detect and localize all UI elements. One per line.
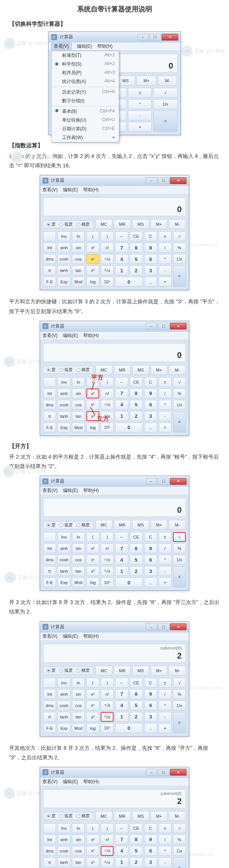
num-2[interactable]: 2 xyxy=(130,857,143,867)
ms-button[interactable]: MS xyxy=(132,811,149,821)
close-button[interactable]: ✕ xyxy=(170,623,187,630)
n-button[interactable]: n! xyxy=(101,389,114,398)
sqrt-button[interactable]: √ xyxy=(153,88,177,98)
menu-item-standard[interactable]: 标准型(T)Alt+1 xyxy=(51,51,119,60)
sqrt-button[interactable]: √ xyxy=(173,823,186,833)
cos-button[interactable]: cos xyxy=(72,254,85,264)
cos-button[interactable]: cos xyxy=(72,846,85,856)
equals-button[interactable]: = xyxy=(173,857,186,868)
angle-group[interactable]: 度 弧度 梯度 xyxy=(43,812,93,820)
menu-edit[interactable]: 编辑(E) xyxy=(77,43,92,50)
blank-button[interactable] xyxy=(43,678,56,688)
num-1[interactable]: 1 xyxy=(115,411,128,421)
menu-help[interactable]: 帮助(H) xyxy=(83,487,99,494)
mod-button[interactable]: Mod xyxy=(72,277,85,287)
-button[interactable]: / xyxy=(159,689,171,699)
log-button[interactable]: log xyxy=(86,277,99,287)
n-button[interactable]: n! xyxy=(101,689,114,699)
mr-button[interactable]: MR xyxy=(114,811,131,821)
num-7[interactable]: 7 xyxy=(115,389,128,398)
±-button[interactable]: ± xyxy=(159,377,171,387)
x3-button[interactable]: x³ xyxy=(86,712,99,722)
lparen-button[interactable]: ( xyxy=(86,377,99,387)
1x-button[interactable]: 1/x xyxy=(173,846,186,856)
tanh-button[interactable]: tanh xyxy=(58,411,70,421)
int-button[interactable]: Int xyxy=(43,389,56,398)
mod-button[interactable]: Mod xyxy=(72,723,85,733)
-button[interactable]: % xyxy=(173,243,186,253)
exp-button[interactable]: Exp xyxy=(58,578,70,587)
-button[interactable]: - xyxy=(159,411,171,421)
num-3[interactable]: 3 xyxy=(144,712,157,722)
close-button[interactable]: ✕ xyxy=(170,323,187,329)
num-0[interactable]: 0 xyxy=(115,578,142,587)
-button[interactable]: * xyxy=(159,254,171,264)
ce-button[interactable]: CE xyxy=(130,231,143,241)
x2-button[interactable]: x² xyxy=(86,689,99,699)
mminus-button[interactable]: M- xyxy=(169,520,186,530)
close-button[interactable]: ✕ xyxy=(162,34,178,41)
sin-button[interactable]: sin xyxy=(72,835,85,845)
ce-button[interactable]: CE xyxy=(130,532,143,542)
ln-button[interactable]: ln xyxy=(72,532,85,542)
tan-button[interactable]: tan xyxy=(72,411,85,421)
cbrt-button[interactable]: ³√x xyxy=(101,566,114,576)
num-8[interactable]: 8 xyxy=(130,389,143,398)
ms-button[interactable]: MS xyxy=(132,219,149,229)
lparen-button[interactable]: ( xyxy=(86,231,99,241)
tanh-button[interactable]: tanh xyxy=(58,857,70,867)
fe-button[interactable]: F-E xyxy=(43,423,56,432)
num-3[interactable]: 3 xyxy=(144,411,157,421)
int-button[interactable]: Int xyxy=(43,835,56,845)
num-2[interactable]: 2 xyxy=(130,566,143,576)
num-8[interactable]: 8 xyxy=(130,243,143,253)
-button[interactable]: π xyxy=(43,712,56,722)
lparen-button[interactable]: ( xyxy=(86,823,99,833)
menu-view[interactable]: 查看(V) xyxy=(42,487,58,494)
10-button[interactable]: 10ˣ xyxy=(101,723,114,733)
±-button[interactable]: ± xyxy=(159,823,171,833)
num-7[interactable]: 7 xyxy=(115,835,128,845)
lparen-button[interactable]: ( xyxy=(86,678,99,688)
x2-button[interactable]: x² xyxy=(86,835,99,845)
mr-button[interactable]: MR xyxy=(114,365,131,375)
num-3[interactable]: 3 xyxy=(144,857,157,867)
1x-button[interactable]: 1/x xyxy=(173,555,186,565)
minus-button[interactable]: - xyxy=(128,111,152,120)
rparen-button[interactable]: ) xyxy=(101,823,114,833)
minimize-button[interactable]: – xyxy=(146,623,157,630)
num-3[interactable]: 3 xyxy=(144,566,157,576)
num-2[interactable]: 2 xyxy=(130,265,143,275)
menu-item-grouping[interactable]: 数字分组(I) xyxy=(51,97,119,105)
xy-button[interactable]: xʸ xyxy=(86,701,99,710)
inv-button[interactable]: Inv xyxy=(58,678,70,688)
menu-item-scientific[interactable]: 科学型(S)Alt+2 xyxy=(51,60,119,69)
tanh-button[interactable]: tanh xyxy=(58,712,70,722)
num-6[interactable]: 6 xyxy=(144,400,157,410)
cosh-button[interactable]: cosh xyxy=(58,555,70,565)
equals-button[interactable]: = xyxy=(173,411,186,432)
inv-button[interactable]: Inv xyxy=(58,231,70,241)
n-button[interactable]: n! xyxy=(101,835,114,845)
n-button[interactable]: n! xyxy=(101,543,114,553)
tan-button[interactable]: tan xyxy=(72,857,85,867)
log-button[interactable]: log xyxy=(86,423,99,432)
equals-button[interactable]: = xyxy=(173,265,186,287)
dms-button[interactable]: dms xyxy=(43,400,56,410)
ce-button[interactable]: CE xyxy=(130,823,143,833)
mod-button[interactable]: Mod xyxy=(72,578,85,587)
mplus-button[interactable]: M+ xyxy=(151,219,168,229)
minimize-button[interactable]: – xyxy=(146,323,157,329)
mplus-button[interactable]: M+ xyxy=(151,811,168,821)
x3-button[interactable]: x³ xyxy=(86,411,99,421)
int-button[interactable]: Int xyxy=(43,543,56,553)
-button[interactable]: % xyxy=(173,689,186,699)
±-button[interactable]: ± xyxy=(159,532,171,542)
x2-button[interactable]: x² xyxy=(86,543,99,553)
inv-button[interactable]: Inv xyxy=(58,377,70,387)
xy-button[interactable]: xʸ xyxy=(86,400,99,410)
int-button[interactable]: Int xyxy=(43,243,56,253)
menu-help[interactable]: 帮助(H) xyxy=(97,43,113,50)
mplus-button[interactable]: M+ xyxy=(137,76,156,86)
x2-button[interactable]: x² xyxy=(86,389,99,398)
